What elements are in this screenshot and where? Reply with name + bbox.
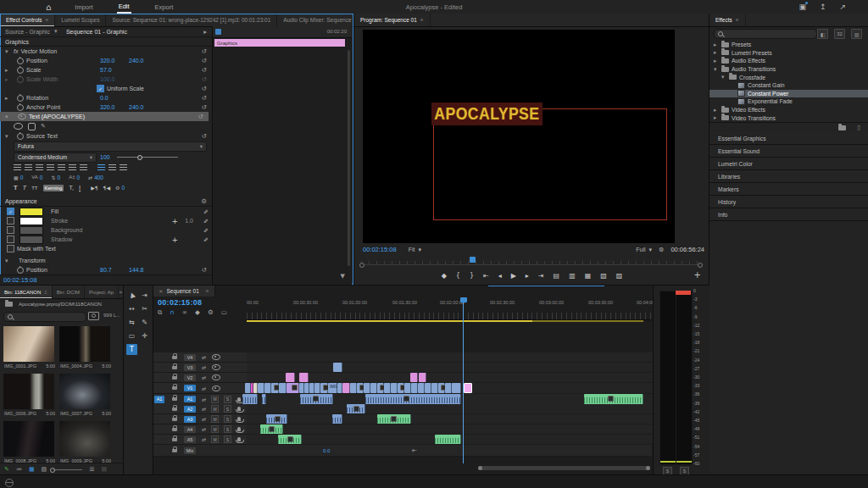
panel-menu-icon[interactable]: ≡ [44,290,47,295]
anchor-point-row[interactable]: Anchor Point 320.0 240.0 ↺ [0,103,212,112]
pen-icon[interactable]: ✎ [41,123,46,130]
twirl-icon[interactable]: ▸ [714,107,721,114]
menu-import[interactable]: Import [73,2,94,13]
all-caps-icon[interactable]: TT [31,186,37,191]
twirl-icon[interactable]: ▾ [714,66,721,73]
timeline-clip-v1[interactable] [398,383,404,393]
justify-all-icon[interactable] [80,164,87,170]
twirl-icon[interactable]: ▾ [721,74,728,80]
position-y-value[interactable]: 240.0 [129,58,144,64]
align-bottom-icon[interactable] [120,164,127,170]
go-to-out-button[interactable]: ⇥ [538,272,544,280]
home-icon[interactable]: ⌂ [46,3,51,12]
tab-project[interactable]: Project: Ap [85,286,119,298]
menu-edit[interactable]: Edit [117,1,131,14]
timeline-clip-v1[interactable] [370,383,377,393]
project-item[interactable]: IMG_0004.JPG5:00 [58,324,114,369]
timeline-clip-a1[interactable] [242,394,258,404]
timeline-clip-v1[interactable] [377,383,384,393]
filter-accelerated-icon[interactable]: ◧ [817,29,828,39]
clip-thumbnail[interactable] [59,326,110,362]
pin-icon[interactable] [215,29,221,35]
wrench-icon[interactable]: ⚙ [659,247,664,253]
paragraph-rtl-icon[interactable]: ¶◀ [103,185,110,191]
program-timecode[interactable]: 00:02:15:08 [363,246,397,253]
justify-last-center-icon[interactable] [58,164,65,170]
filter-yuv-icon[interactable]: ▥ [851,29,862,39]
panel-tab-history[interactable]: History [709,196,868,208]
timeline-clip-v2[interactable] [410,373,418,382]
chevron-down-icon[interactable]: ▾ [54,28,61,35]
playhead-line[interactable] [463,302,464,463]
effects-search-input[interactable] [714,29,817,39]
faux-bold-icon[interactable]: T [14,184,18,191]
reset-icon[interactable]: ↺ [202,266,207,274]
wrench-icon[interactable]: ⚙ [201,197,207,205]
ellipse-icon[interactable] [14,123,23,130]
lift-button[interactable]: ▤ [554,272,560,280]
workspace-icon[interactable]: ▣ [798,3,806,11]
timeline-clip-a1[interactable] [584,394,643,404]
text-layer-row[interactable]: ▾ Text (APOCALYPSE) ↺ [0,112,209,121]
comparison-view-button[interactable]: ▧ [600,272,607,280]
fullscreen-icon[interactable]: ↗ [839,3,846,11]
timeline-clip-a5[interactable] [278,435,302,444]
eyedropper-icon[interactable]: ✎ [202,237,209,242]
project-item[interactable]: IMG_0008.JPG5:00 [2,419,58,463]
sort-icon[interactable]: ☰ [89,466,94,473]
reset-icon[interactable]: ↺ [202,47,207,55]
twirl-down-icon[interactable]: ▾ [5,258,12,264]
filter-32bit-icon[interactable]: 32 [834,29,845,39]
slip-tool[interactable]: ⇆ [126,317,137,328]
transform-x-value[interactable]: 80.7 [100,267,112,273]
stroke-swatch[interactable] [19,217,43,225]
underline-icon[interactable]: I [79,184,81,191]
timeline-clip-v1[interactable] [418,383,425,393]
timeline-clip-v2[interactable] [286,373,295,382]
trash-icon[interactable]: ▯ [857,125,860,131]
effects-item-crossfade[interactable]: ▾Crossfade [709,73,868,81]
timeline-clip-a5[interactable] [435,435,461,444]
timeline-clip-v1[interactable] [258,383,264,393]
source-menu[interactable]: Source - Graphic [5,29,50,35]
faux-italic-icon[interactable]: T [23,184,27,191]
vector-motion-row[interactable]: ▾ fx Vector Motion ↺ [0,47,212,56]
twirl-icon[interactable]: ▸ [714,58,721,64]
align-right-icon[interactable] [36,164,43,170]
horizontal-scale-value[interactable]: 0 [20,175,24,180]
list-view-icon[interactable]: ≔ [16,466,22,473]
timeline-clip-v1[interactable] [404,383,411,393]
type-extra-value[interactable]: 0 [121,185,125,191]
freeform-view-icon[interactable]: ▧ [42,466,47,473]
timeline-clip-v1[interactable] [314,383,320,393]
step-back-button[interactable]: ◂ [498,272,502,280]
project-item[interactable]: IMG_0009.JPG5:00 [58,419,114,463]
reset-icon[interactable]: ↺ [202,132,207,140]
add-stroke-icon[interactable]: + [171,217,178,225]
font-size-slider[interactable] [117,157,178,158]
twirl-down-icon[interactable]: ▾ [5,114,12,120]
twirl-right-icon[interactable]: ▸ [5,67,12,74]
rotation-row[interactable]: ▸ Rotation 0.0 ↺ [0,93,212,103]
eyedropper-icon[interactable]: ✎ [202,228,209,233]
timeline-clip-a4[interactable] [260,424,283,434]
timeline-clip-v1[interactable] [411,383,418,393]
panel-tab-essential-sound[interactable]: Essential Sound [709,145,868,158]
align-top-icon[interactable] [97,164,105,170]
panel-arrow-icon[interactable]: ▸ [203,28,207,36]
tab-effect-controls[interactable]: Effect Controls≡ [0,14,55,26]
hand-tool[interactable]: ✛ [139,330,150,341]
tracking-value[interactable]: 0 [40,175,43,180]
project-item[interactable]: IMG_0007.JPG5:00 [58,372,114,416]
timeline-clip-v1[interactable] [384,383,391,393]
tab-bin-118canon[interactable]: Bin: 118CANON≡ [0,286,53,298]
effects-item-lumetri-presets[interactable]: ▸Lumetri Presets [709,49,868,58]
program-playhead[interactable] [470,257,476,263]
panel-tab-info[interactable]: Info [709,208,868,221]
project-item[interactable]: IMG_0006.JPG5:00 [2,372,58,416]
twirl-right-icon[interactable]: ▸ [5,95,12,102]
transform-y-value[interactable]: 144.8 [129,267,144,273]
source-text-row[interactable]: ▾ Source Text ↺ [0,131,212,141]
stroke-checkbox[interactable] [7,217,14,225]
slider-knob[interactable] [137,155,142,160]
